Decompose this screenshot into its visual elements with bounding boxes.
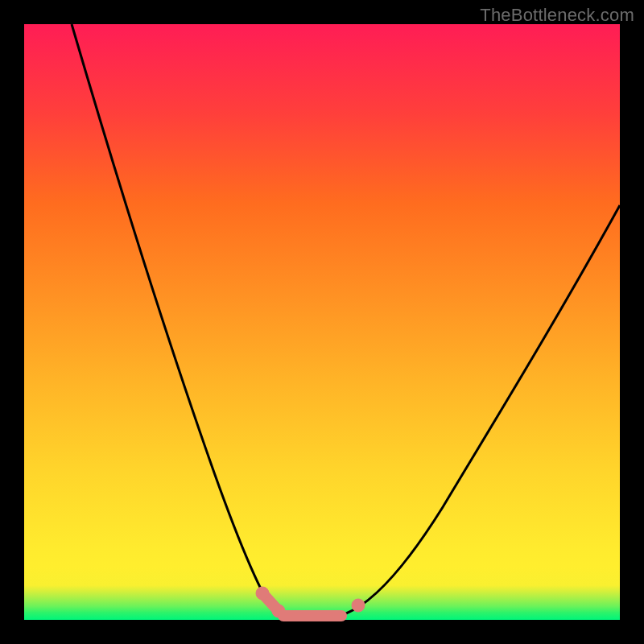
chart-frame: TheBottleneck.com — [0, 0, 644, 644]
curve-layer — [24, 24, 620, 620]
highlight-right-dot — [352, 599, 365, 612]
highlight-left-dot-top — [256, 587, 269, 600]
watermark-text: TheBottleneck.com — [480, 5, 634, 26]
curve-right-branch — [346, 205, 620, 613]
curve-left-branch — [72, 24, 275, 613]
plot-area — [24, 24, 620, 620]
